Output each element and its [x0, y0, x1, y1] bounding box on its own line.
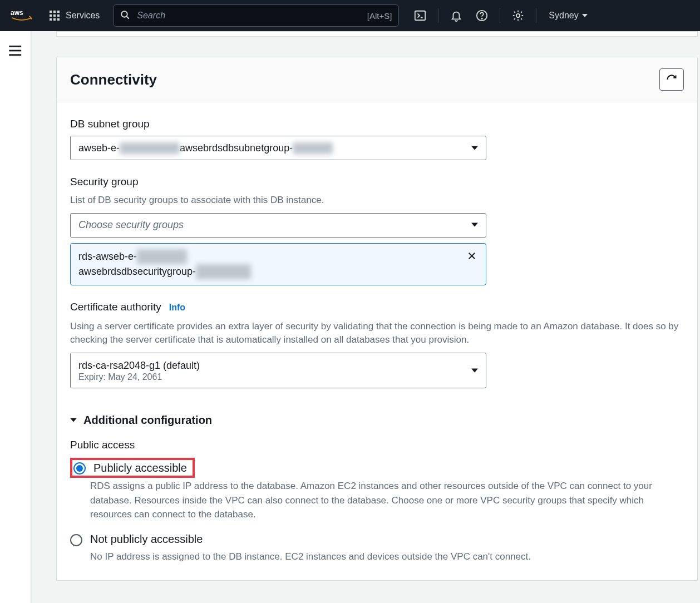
select-subvalue: Expiry: May 24, 2061	[78, 372, 200, 382]
publicly-accessible-highlight: Publicly accessible	[70, 458, 195, 478]
select-placeholder: Choose security groups	[78, 219, 184, 231]
panel-title: Connectivity	[70, 71, 157, 88]
field-help: List of DB security groups to associate …	[70, 194, 684, 207]
svg-rect-7	[50, 18, 52, 21]
svg-point-15	[482, 18, 482, 19]
token-remove-button[interactable]	[466, 249, 478, 266]
nav-divider	[536, 8, 536, 23]
expander-title: Additional configuration	[83, 414, 212, 427]
services-menu[interactable]: Services	[43, 10, 105, 21]
services-label: Services	[66, 11, 100, 21]
additional-configuration-toggle[interactable]: Additional configuration	[70, 404, 684, 431]
public-access-label: Public access	[70, 439, 684, 451]
field-label: DB subnet group	[70, 118, 684, 130]
grid-icon	[49, 10, 60, 21]
security-group-select[interactable]: Choose security groups	[70, 213, 486, 238]
svg-point-16	[516, 14, 520, 17]
side-rail	[0, 31, 31, 603]
svg-marker-21	[471, 146, 478, 150]
nav-divider	[438, 8, 438, 23]
gear-icon[interactable]	[507, 4, 529, 27]
caret-down-icon	[471, 219, 478, 231]
region-selector[interactable]: Sydney	[543, 11, 593, 21]
top-nav: aws Services [Alt+S] Sydney	[0, 0, 700, 31]
radio-description: RDS assigns a public IP address to the d…	[90, 479, 684, 522]
svg-rect-9	[57, 18, 60, 21]
certificate-authority-select[interactable]: rds-ca-rsa2048-g1 (default) Expiry: May …	[70, 353, 486, 388]
refresh-icon	[666, 74, 677, 85]
svg-text:aws: aws	[11, 9, 23, 17]
field-help: Using a server certificate provides an e…	[70, 320, 684, 347]
svg-rect-6	[57, 14, 60, 17]
caret-down-icon	[70, 416, 77, 425]
connectivity-panel: Connectivity DB subnet group awseb-e-xxx…	[56, 57, 698, 581]
svg-marker-22	[471, 223, 478, 227]
aws-logo[interactable]: aws	[9, 9, 34, 22]
field-label: Security group	[70, 176, 684, 188]
select-value: rds-ca-rsa2048-g1 (default)	[78, 359, 200, 372]
select-value: awseb-e-xxxxxxxxxxxxawsebrdsdbsubnetgrou…	[78, 142, 333, 154]
svg-rect-5	[53, 14, 56, 17]
nav-divider	[500, 8, 500, 23]
help-icon[interactable]	[471, 4, 493, 27]
radio-label: Publicly accessible	[93, 462, 187, 475]
search-shortcut: [Alt+S]	[367, 11, 392, 21]
certificate-authority-field: Certificate authority Info Using a serve…	[70, 301, 684, 389]
not-publicly-accessible-radio[interactable]	[70, 534, 82, 546]
db-subnet-group-select[interactable]: awseb-e-xxxxxxxxxxxxawsebrdsdbsubnetgrou…	[70, 136, 486, 160]
svg-line-11	[127, 16, 130, 19]
caret-down-icon	[471, 142, 478, 154]
svg-marker-25	[471, 368, 478, 372]
security-group-token: rds-awseb-e-xxxxxxxxxx awsebrdsdbsecurit…	[70, 243, 486, 285]
field-label: Certificate authority	[70, 301, 161, 313]
search-input[interactable]	[137, 11, 360, 21]
publicly-accessible-radio[interactable]	[73, 462, 86, 475]
close-icon	[467, 251, 477, 261]
svg-rect-1	[50, 11, 52, 13]
search-icon	[120, 10, 130, 22]
svg-marker-17	[582, 14, 588, 17]
svg-point-10	[122, 11, 128, 17]
panel-header: Connectivity	[57, 57, 697, 102]
svg-rect-3	[57, 11, 60, 13]
caret-down-icon	[471, 365, 478, 377]
previous-panel-sliver	[56, 31, 698, 37]
svg-rect-4	[50, 14, 52, 17]
db-subnet-group-field: DB subnet group awseb-e-xxxxxxxxxxxxawse…	[70, 118, 684, 160]
svg-rect-8	[53, 18, 56, 21]
radio-label: Not publicly accessible	[90, 533, 203, 546]
token-text: rds-awseb-e-xxxxxxxxxx awsebrdsdbsecurit…	[78, 249, 251, 279]
svg-rect-2	[53, 11, 56, 13]
region-label: Sydney	[549, 11, 578, 21]
radio-description: No IP address is assigned to the DB inst…	[90, 550, 684, 564]
security-group-field: Security group List of DB security group…	[70, 176, 684, 285]
refresh-button[interactable]	[659, 68, 684, 91]
svg-marker-26	[70, 418, 77, 422]
cloudshell-icon[interactable]	[409, 4, 431, 27]
nav-right: Sydney	[409, 4, 593, 27]
search-box[interactable]: [Alt+S]	[113, 4, 399, 27]
info-link[interactable]: Info	[169, 303, 185, 313]
caret-down-icon	[582, 13, 588, 18]
hamburger-icon[interactable]	[8, 45, 23, 57]
bell-icon[interactable]	[445, 4, 467, 27]
